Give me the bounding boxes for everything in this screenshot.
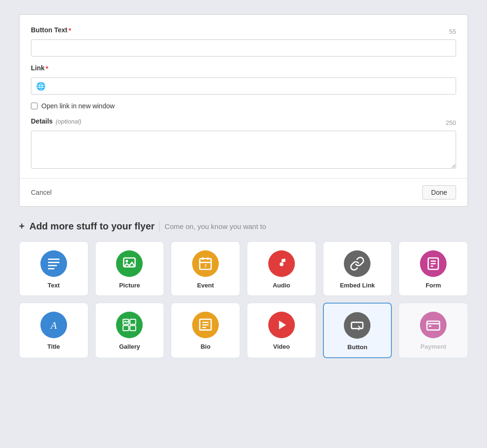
- bio-icon: [198, 317, 213, 333]
- picture-icon-circle: [116, 250, 143, 277]
- svg-rect-2: [48, 265, 57, 267]
- form-label: Form: [426, 282, 441, 289]
- svg-rect-0: [48, 258, 59, 260]
- svg-text:A: A: [49, 320, 57, 331]
- gallery-label: Gallery: [119, 343, 140, 350]
- item-card-video[interactable]: Video: [247, 303, 316, 358]
- link-required-star: *: [46, 65, 49, 74]
- details-optional-label: (optional): [56, 118, 81, 125]
- header-divider: [159, 221, 160, 232]
- item-card-audio[interactable]: Audio: [247, 241, 316, 296]
- event-label: Event: [197, 282, 214, 289]
- open-new-window-row: Open link in new window: [31, 102, 456, 110]
- svg-point-11: [280, 262, 283, 266]
- audio-label: Audio: [273, 282, 290, 289]
- link-input-wrapper: 🌐: [31, 77, 456, 95]
- items-row-1: Text Picture 7: [19, 241, 468, 296]
- form-icon: [426, 256, 441, 271]
- add-plus-icon: +: [19, 221, 25, 232]
- link-field-group: Link * 🌐: [31, 64, 456, 95]
- button-icon: [350, 318, 365, 333]
- payment-label: Payment: [420, 343, 446, 350]
- svg-text:7: 7: [205, 264, 207, 268]
- item-card-embed-link[interactable]: Embed Link: [323, 241, 392, 296]
- title-icon: A: [46, 317, 61, 333]
- svg-marker-26: [279, 321, 286, 330]
- button-text-char-count: 55: [449, 28, 456, 35]
- gallery-icon: [122, 317, 137, 333]
- event-icon: 7: [198, 256, 213, 271]
- svg-rect-18: [130, 319, 136, 324]
- details-label: Details (optional): [31, 117, 81, 125]
- svg-rect-3: [48, 268, 54, 269]
- item-card-gallery[interactable]: Gallery: [95, 303, 165, 358]
- form-panel: Button Text * 55 Link * 🌐 Open link in n…: [19, 14, 468, 207]
- svg-rect-27: [351, 322, 363, 328]
- button-text-required-star: *: [68, 27, 71, 36]
- text-label: Text: [48, 282, 60, 289]
- video-icon: [274, 317, 289, 333]
- button-icon-circle: [344, 312, 370, 339]
- button-text-input[interactable]: [31, 39, 456, 57]
- link-header: Link *: [31, 64, 456, 75]
- form-icon-circle: [420, 250, 447, 277]
- open-new-window-label: Open link in new window: [41, 102, 115, 110]
- picture-icon: [122, 256, 137, 271]
- globe-icon: 🌐: [36, 82, 46, 91]
- details-field-group: Details (optional) 250: [31, 117, 456, 171]
- video-label: Video: [273, 343, 290, 350]
- item-card-bio[interactable]: Bio: [171, 303, 240, 358]
- event-icon-circle: 7: [192, 250, 219, 277]
- embed-link-icon: [350, 256, 365, 271]
- payment-icon: [426, 317, 441, 333]
- details-char-count: 250: [446, 119, 456, 126]
- add-more-subtitle: Come on, you know you want to: [165, 222, 266, 230]
- picture-label: Picture: [119, 282, 140, 289]
- cancel-button[interactable]: Cancel: [31, 187, 52, 198]
- link-input[interactable]: [49, 82, 451, 90]
- button-text-header: Button Text * 55: [31, 26, 456, 37]
- svg-rect-19: [123, 325, 129, 331]
- audio-icon-circle: [268, 250, 295, 277]
- text-icon: [46, 256, 61, 271]
- item-card-title[interactable]: A Title: [19, 303, 88, 358]
- item-card-text[interactable]: Text: [19, 241, 88, 296]
- bio-label: Bio: [201, 343, 211, 350]
- button-text-label: Button Text: [31, 26, 68, 34]
- item-card-event[interactable]: 7 Event: [171, 241, 240, 296]
- done-button[interactable]: Done: [422, 185, 456, 200]
- item-card-picture[interactable]: Picture: [95, 241, 165, 296]
- audio-icon: [274, 256, 289, 271]
- details-header: Details (optional) 250: [31, 117, 456, 128]
- title-icon-circle: A: [40, 312, 67, 338]
- svg-rect-1: [48, 262, 59, 263]
- bio-icon-circle: [192, 312, 219, 338]
- button-label: Button: [348, 343, 368, 351]
- add-more-header: + Add more stuff to your flyer Come on, …: [19, 221, 468, 232]
- link-label: Link: [31, 64, 45, 72]
- items-row-2: A Title Gallery: [19, 303, 468, 358]
- svg-point-5: [126, 260, 128, 262]
- details-textarea[interactable]: [31, 131, 456, 169]
- item-card-form[interactable]: Form: [399, 241, 468, 296]
- item-card-payment[interactable]: Payment: [399, 303, 468, 358]
- embed-link-icon-circle: [344, 250, 370, 277]
- svg-rect-20: [130, 325, 136, 331]
- open-new-window-checkbox[interactable]: [31, 103, 38, 109]
- add-more-title: Add more stuff to your flyer: [29, 221, 155, 232]
- item-card-button[interactable]: Button: [323, 303, 392, 358]
- gallery-icon-circle: [116, 312, 143, 338]
- embed-link-label: Embed Link: [340, 282, 375, 289]
- payment-icon-circle: [420, 312, 447, 338]
- form-footer: Cancel Done: [19, 178, 468, 206]
- svg-rect-29: [429, 325, 431, 327]
- button-text-field-group: Button Text * 55: [31, 26, 456, 57]
- video-icon-circle: [268, 312, 295, 338]
- add-more-section: + Add more stuff to your flyer Come on, …: [19, 221, 468, 358]
- text-icon-circle: [40, 250, 67, 277]
- title-label: Title: [48, 343, 60, 350]
